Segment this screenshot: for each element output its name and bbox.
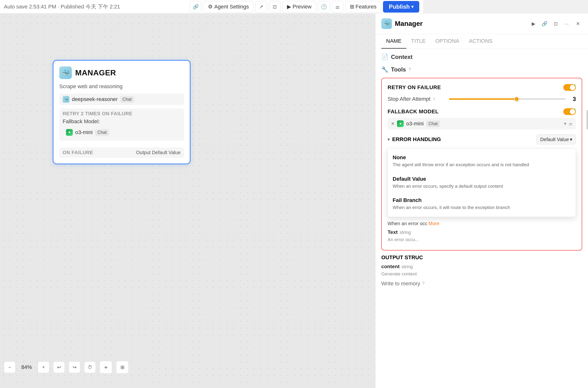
- add-node-button[interactable]: +: [100, 361, 112, 373]
- tools-help-icon: ?: [408, 67, 411, 72]
- retry-label: RETRY 2 TIMES ON FAILURE: [63, 111, 180, 117]
- panel-agent-icon: 🐳: [381, 18, 392, 29]
- right-panel: 🐳 Manager ▶ 🔗 ⊡ ··· ✕ NAME TITLE OPTIONA…: [375, 14, 588, 388]
- filter-icon-btn[interactable]: ⚌: [332, 1, 343, 13]
- tools-icon: 🔧: [381, 66, 388, 73]
- zoom-out-button[interactable]: −: [4, 362, 15, 373]
- fallback-model-name: o3-mini: [75, 129, 93, 136]
- node-icon: 🐳: [59, 66, 72, 79]
- model-badge: Chat: [120, 96, 134, 103]
- manager-node-card[interactable]: 🐳 MANAGER Scrape web and reasoning 🐳 dee…: [53, 60, 191, 164]
- write-to-memory-label: Write to memory: [381, 281, 420, 287]
- preview-label: Preview: [293, 4, 311, 10]
- link-icon-btn[interactable]: 🔗: [190, 1, 201, 13]
- top-bar: Auto save 2:53:41 PM · Published 今天 下午 2…: [0, 0, 423, 14]
- retry-on-failure-title: RETRY ON FAILURE: [387, 84, 441, 91]
- panel-close-button[interactable]: ✕: [573, 19, 582, 28]
- more-link[interactable]: More: [428, 221, 439, 226]
- history-button[interactable]: ⏱: [84, 362, 96, 373]
- tab-title[interactable]: TITLE: [407, 34, 431, 48]
- on-failure-row: ON FAILURE Output Default Value: [59, 147, 184, 158]
- stop-help-icon: ?: [433, 97, 435, 101]
- context-label: Context: [391, 54, 412, 60]
- content-desc-row: Generate content: [381, 271, 582, 277]
- panel-link-button[interactable]: 🔗: [540, 19, 549, 28]
- retry-header-row: RETRY ON FAILURE ✓: [387, 84, 576, 91]
- fallback-model-dropdown-arrow[interactable]: ▾: [564, 121, 566, 126]
- node-title: MANAGER: [75, 68, 116, 77]
- share-icon-btn[interactable]: ↗: [255, 1, 267, 13]
- tools-row: 🔧 Tools ?: [381, 66, 582, 73]
- publish-chevron-icon: ▾: [411, 4, 413, 9]
- publish-button[interactable]: Publish ▾: [383, 1, 419, 13]
- grid-view-button[interactable]: ⊞: [116, 361, 129, 373]
- stop-value: 3: [569, 96, 576, 102]
- text-field-type: string: [400, 230, 411, 235]
- zoom-display: 84%: [19, 364, 34, 370]
- error-occur-row: An error occu...: [387, 237, 576, 242]
- dropdown-item-none[interactable]: None The agent will throw error if an ex…: [388, 150, 576, 172]
- when-error-text: When an error occ: [387, 221, 428, 226]
- dropdown-fail-title: Fail Branch: [393, 197, 571, 203]
- deepseek-icon: 🐳: [63, 96, 69, 103]
- panel-header-actions: ▶ 🔗 ⊡ ··· ✕: [529, 19, 582, 28]
- preview-button[interactable]: ▶ Preview: [282, 1, 316, 13]
- dropdown-default-desc: When an error occurs, specify a default …: [393, 183, 571, 190]
- history-icon-btn[interactable]: 🕐: [318, 1, 330, 13]
- node-header: 🐳 MANAGER: [59, 66, 184, 79]
- dropdown-fail-desc: When an error occurs, it will route to t…: [393, 204, 571, 211]
- panel-split-button[interactable]: ⊡: [551, 19, 560, 28]
- fallback-model-row: ✦ o3-mini Chat: [63, 127, 180, 138]
- tab-optiona[interactable]: OPTIONA: [430, 34, 464, 48]
- zoom-in-button[interactable]: +: [38, 362, 49, 373]
- content-field-name: content: [381, 264, 400, 269]
- fallback-toggle-check-icon: ✓: [573, 107, 576, 111]
- layout-icon-btn[interactable]: ⊡: [269, 1, 281, 13]
- default-value-button[interactable]: Default Value ▾: [537, 134, 576, 145]
- slider-thumb[interactable]: [514, 97, 519, 101]
- dropdown-item-default-value[interactable]: Default Value When an error occurs, spec…: [388, 172, 576, 194]
- publish-label: Publish: [389, 3, 410, 10]
- panel-play-button[interactable]: ▶: [529, 19, 538, 28]
- undo-button[interactable]: ↩: [53, 362, 65, 373]
- redo-button[interactable]: ↪: [69, 362, 80, 373]
- features-button[interactable]: ⊞ Features: [345, 1, 381, 13]
- dropdown-item-fail-branch[interactable]: Fail Branch When an error occurs, it wil…: [388, 193, 576, 215]
- dropdown-none-desc: The agent will throw error if an excepti…: [393, 162, 571, 168]
- tab-actions[interactable]: ACTIONS: [464, 34, 497, 48]
- canvas: Auto save 2:53:41 PM · Published 今天 下午 2…: [0, 0, 423, 388]
- fallback-o3mini-icon: ✦: [397, 120, 404, 127]
- o3mini-icon: ✦: [66, 129, 73, 136]
- fallback-model-clear-button[interactable]: ✕: [391, 121, 395, 126]
- fallback-model-filter-icon[interactable]: ⚌: [569, 121, 572, 126]
- fallback-model-title: FALLBACK MODEL: [387, 108, 438, 115]
- panel-content: 📄 Context 🔧 Tools ? RETRY ON FAILURE ✓: [376, 49, 588, 388]
- retry-toggle-check-icon: ✓: [573, 83, 576, 87]
- retry-panel: RETRY ON FAILURE ✓ Stop After Attempt ? …: [381, 78, 582, 250]
- context-icon: 📄: [381, 54, 388, 60]
- panel-scrollbar[interactable]: [587, 110, 588, 129]
- dropdown-none-title: None: [393, 154, 571, 161]
- tab-name[interactable]: NAME: [381, 34, 407, 48]
- on-failure-value: Output Default Value: [136, 150, 180, 155]
- default-value-chevron-icon: ▾: [570, 137, 572, 142]
- default-value-label: Default Value: [540, 137, 569, 142]
- context-row: 📄 Context: [381, 54, 582, 60]
- output-struct-row: OUTPUT STRUC: [381, 254, 582, 261]
- stop-after-attempt-label: Stop After Attempt ?: [387, 96, 446, 102]
- output-struct-title: OUTPUT STRUC: [381, 254, 423, 261]
- model-name: deepseek-reasoner: [72, 96, 118, 102]
- bottom-toolbar: − 84% + ↩ ↪ ⏱ + ⊞: [4, 361, 129, 373]
- fallback-model-header: FALLBACK MODEL ✓: [387, 108, 576, 115]
- panel-more-button[interactable]: ···: [562, 19, 571, 28]
- fallback-model-selected-badge: Chat: [426, 121, 440, 127]
- agent-settings-button[interactable]: ⚙ Agent Settings: [203, 1, 253, 13]
- error-occur-desc: An error occu...: [387, 237, 419, 242]
- fallback-model-select-row: ✕ ✦ o3-mini Chat ▾ ⚌: [387, 118, 576, 129]
- text-field-name: Text: [387, 229, 398, 235]
- features-icon: ⊞: [350, 4, 354, 10]
- stop-attempt-slider[interactable]: [449, 98, 566, 100]
- error-handling-dropdown: None The agent will throw error if an ex…: [387, 148, 576, 217]
- fallback-model-selected: o3-mini: [406, 121, 424, 127]
- stop-attempt-row: Stop After Attempt ? 3: [387, 96, 576, 102]
